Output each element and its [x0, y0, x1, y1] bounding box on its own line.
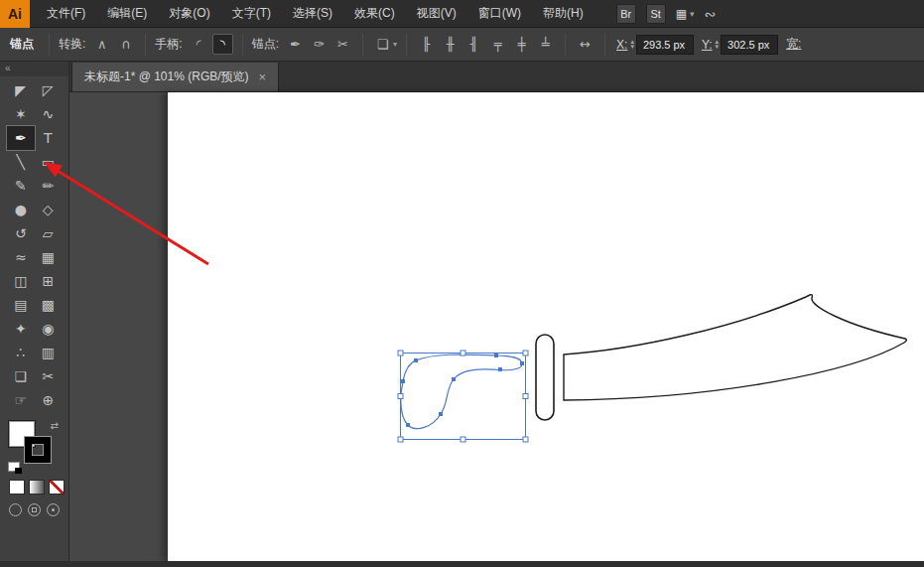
align-v-center-icon[interactable]: ╪	[511, 34, 532, 55]
document-tab-bar: 未标题-1* @ 101% (RGB/预览) ×	[69, 62, 924, 92]
canvas-area[interactable]	[69, 92, 924, 561]
artboard[interactable]	[167, 92, 924, 561]
x-stepper[interactable]: ▴ ▾	[630, 40, 634, 50]
separator	[406, 34, 407, 56]
add-anchor-icon[interactable]: ✑	[309, 34, 330, 55]
panel-collapse-button[interactable]: «	[0, 62, 68, 76]
show-handles-icon[interactable]: ◜	[189, 34, 209, 55]
symbol-sprayer-tool[interactable]: ∴	[7, 341, 35, 364]
blend-tool[interactable]: ◉	[35, 317, 63, 341]
br-badge[interactable]: Br	[616, 4, 636, 24]
workspace-switcher-icon[interactable]: ▦ ▾	[676, 7, 695, 21]
x-label[interactable]: X:	[616, 38, 627, 52]
stepper-down-icon[interactable]: ▾	[716, 45, 720, 50]
y-stepper[interactable]: ▴ ▾	[716, 40, 720, 50]
separator	[604, 34, 605, 56]
align-left-icon[interactable]: ╟	[416, 34, 437, 55]
menu-item-2[interactable]: 对象(O)	[158, 0, 220, 27]
collapse-icon: «	[5, 63, 11, 73]
x-input[interactable]: 293.5 px	[636, 35, 694, 55]
pen-tool[interactable]: ✒	[7, 126, 35, 150]
menu-items: 文件(F)编辑(E)对象(O)文字(T)选择(S)效果(C)视图(V)窗口(W)…	[36, 0, 594, 27]
stroke-color-swatch[interactable]	[25, 437, 51, 463]
document-tab[interactable]: 未标题-1* @ 101% (RGB/预览) ×	[71, 63, 279, 91]
perspective-grid-tool[interactable]: ⊞	[35, 269, 63, 293]
convert-to-corner-icon[interactable]: ∧	[91, 34, 112, 55]
convert-label: 转换:	[59, 36, 85, 53]
tab-title: 未标题-1* @ 101% (RGB/预览)	[84, 69, 249, 85]
separator	[49, 34, 50, 56]
menu-item-6[interactable]: 视图(V)	[406, 0, 467, 27]
lasso-tool[interactable]: ∿	[35, 102, 63, 126]
rectangle-tool[interactable]: ▭	[35, 150, 63, 174]
swap-fill-stroke-icon[interactable]: ⇄	[51, 420, 59, 431]
line-segment-tool[interactable]: ╲	[7, 150, 35, 174]
isolate-object-icon: ❏	[377, 37, 389, 52]
free-transform-tool[interactable]: ▦	[35, 245, 63, 269]
separator	[242, 34, 243, 56]
blob-brush-tool[interactable]: ●	[7, 198, 35, 221]
width-tool[interactable]: ≈	[7, 245, 35, 269]
none-mode-button[interactable]	[49, 480, 65, 495]
hand-tool[interactable]: ☞	[7, 388, 35, 412]
eraser-tool[interactable]: ◇	[35, 198, 63, 221]
type-tool[interactable]: T	[35, 126, 63, 150]
paintbrush-tool[interactable]: ✎	[7, 174, 35, 198]
menu-bar: Ai 文件(F)编辑(E)对象(O)文字(T)选择(S)效果(C)视图(V)窗口…	[0, 0, 924, 28]
handle-icon-group: ◜◝	[189, 34, 233, 55]
align-right-icon[interactable]: ╢	[463, 34, 484, 55]
mesh-tool[interactable]: ▤	[7, 293, 35, 317]
cut-path-icon[interactable]: ✂	[332, 34, 353, 55]
menu-item-0[interactable]: 文件(F)	[36, 0, 96, 27]
artboard-tool[interactable]: ❏	[7, 364, 35, 388]
menu-item-8[interactable]: 帮助(H)	[532, 0, 594, 27]
draw-inside-button[interactable]	[47, 503, 60, 516]
selection-tool[interactable]: ◤	[7, 78, 35, 102]
transform-icon[interactable]: ↔	[575, 34, 595, 55]
menu-item-3[interactable]: 文字(T)	[221, 0, 282, 27]
rotate-tool[interactable]: ↺	[7, 221, 35, 245]
direct-selection-tool[interactable]: ◸	[35, 78, 63, 102]
hide-handles-icon[interactable]: ◝	[212, 34, 233, 55]
draw-behind-button[interactable]	[28, 503, 41, 516]
magic-wand-tool[interactable]: ✶	[7, 102, 35, 126]
menu-item-4[interactable]: 选择(S)	[282, 0, 343, 27]
swatch-mode-buttons	[9, 480, 68, 495]
stepper-down-icon[interactable]: ▾	[630, 45, 634, 50]
cs-live-icon[interactable]: ∾	[705, 6, 717, 22]
eyedropper-tool[interactable]: ✦	[7, 317, 35, 341]
slice-tool[interactable]: ✂	[35, 364, 63, 388]
draw-normal-button[interactable]	[9, 503, 22, 516]
y-label[interactable]: Y:	[702, 38, 713, 52]
align-h-center-icon[interactable]: ╫	[440, 34, 461, 55]
st-badge[interactable]: St	[646, 4, 666, 24]
y-input[interactable]: 302.5 px	[721, 35, 778, 55]
column-graph-tool[interactable]: ▥	[35, 341, 63, 364]
shape-builder-tool[interactable]: ◫	[7, 269, 35, 293]
pencil-tool[interactable]: ✏	[35, 174, 63, 198]
menu-item-5[interactable]: 效果(C)	[343, 0, 406, 27]
width-label[interactable]: 宽:	[786, 36, 801, 53]
gradient-mode-button[interactable]	[29, 480, 45, 495]
align-icon-group: ╟╫╢╤╪╧	[416, 34, 556, 55]
align-top-icon[interactable]: ╤	[487, 34, 508, 55]
chevron-down-icon: ▾	[690, 9, 695, 19]
menu-item-7[interactable]: 窗口(W)	[467, 0, 532, 27]
isolate-object-button[interactable]: ❏	[372, 34, 393, 55]
default-fill-stroke-icon[interactable]	[8, 462, 20, 472]
convert-to-smooth-icon[interactable]: ∩	[115, 34, 136, 55]
scale-tool[interactable]: ▱	[35, 221, 63, 245]
menu-item-1[interactable]: 编辑(E)	[96, 0, 158, 27]
tab-close-icon[interactable]: ×	[259, 70, 267, 84]
zoom-tool[interactable]: ⊕	[35, 388, 63, 412]
color-mode-button[interactable]	[9, 480, 25, 495]
convert-icon-group: ∧∩	[91, 34, 136, 55]
control-bar-mode-label: 锚点	[10, 36, 34, 53]
menu-right-icons: BrSt ▦ ▾ ∾	[616, 4, 717, 24]
draw-mode-buttons	[9, 503, 68, 516]
chevron-down-icon[interactable]: ▾	[393, 40, 397, 49]
delete-anchor-icon[interactable]: ✒	[285, 34, 306, 55]
gradient-tool[interactable]: ▩	[35, 293, 63, 317]
align-bottom-icon[interactable]: ╧	[535, 34, 556, 55]
app-logo[interactable]: Ai	[0, 0, 30, 28]
